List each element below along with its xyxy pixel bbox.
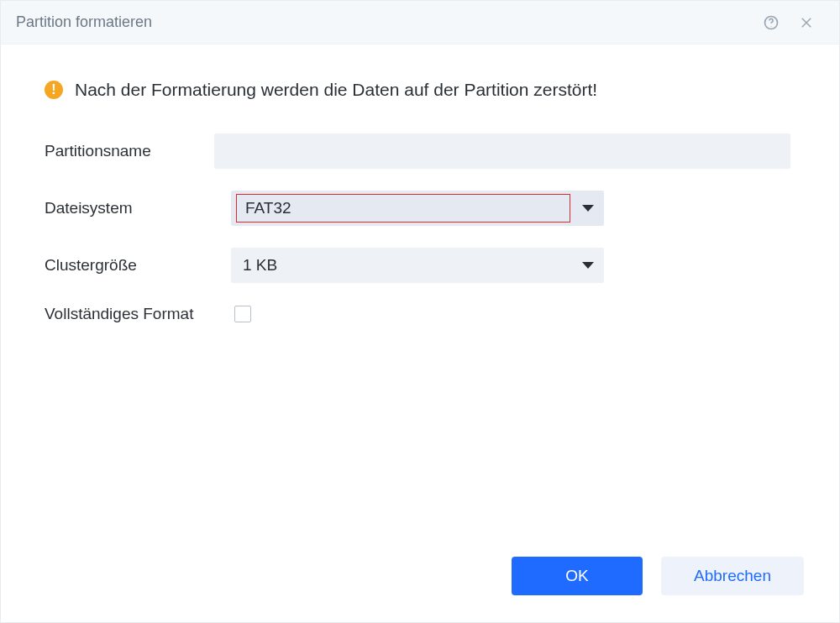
dialog-window: Partition formatieren ! Nach der Formati…: [0, 0, 840, 623]
warning-row: ! Nach der Formatierung werden die Daten…: [45, 80, 790, 100]
warning-text: Nach der Formatierung werden die Daten a…: [75, 80, 597, 100]
dialog-footer: OK Abbrechen: [1, 545, 839, 622]
filesystem-row: Dateisystem FAT32: [45, 191, 790, 226]
cancel-button[interactable]: Abbrechen: [661, 557, 804, 595]
content-area: ! Nach der Formatierung werden die Daten…: [1, 44, 839, 545]
chevron-down-icon: [582, 262, 594, 269]
window-title: Partition formatieren: [16, 13, 753, 31]
cluster-size-row: Clustergröße 1 KB: [45, 248, 790, 283]
partition-name-row: Partitionsname: [45, 134, 790, 169]
chevron-down-icon: [582, 205, 594, 212]
cluster-size-select[interactable]: 1 KB: [231, 248, 604, 283]
filesystem-label: Dateisystem: [45, 199, 231, 217]
close-icon: [799, 15, 814, 30]
help-button[interactable]: [753, 5, 789, 40]
close-button[interactable]: [789, 5, 824, 40]
warning-icon: !: [45, 81, 63, 99]
filesystem-select[interactable]: FAT32: [231, 191, 604, 226]
svg-point-1: [771, 25, 772, 26]
full-format-label: Vollständiges Format: [45, 305, 231, 323]
titlebar: Partition formatieren: [1, 1, 839, 44]
partition-name-label: Partitionsname: [45, 142, 214, 160]
cluster-size-value: 1 KB: [243, 256, 592, 275]
ok-button[interactable]: OK: [512, 557, 643, 595]
help-icon: [763, 14, 780, 31]
cluster-size-label: Clustergröße: [45, 256, 231, 275]
filesystem-value: FAT32: [245, 199, 561, 217]
partition-name-input[interactable]: [214, 134, 790, 169]
full-format-row: Vollständiges Format: [45, 305, 790, 323]
full-format-checkbox[interactable]: [234, 306, 251, 322]
